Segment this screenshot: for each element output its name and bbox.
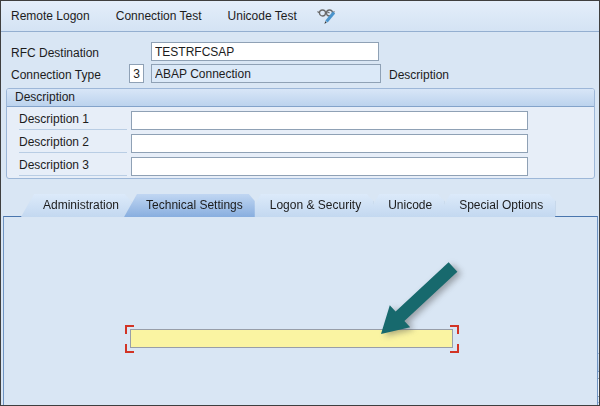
tab-unicode[interactable]: Unicode xyxy=(366,194,444,217)
tab-technical-settings[interactable]: Technical Settings xyxy=(124,194,255,217)
rfc-destination-input[interactable] xyxy=(151,42,379,61)
description-3-label: Description 3 xyxy=(19,155,127,176)
connection-type-text-field xyxy=(151,64,381,83)
target-host-focus-brackets xyxy=(125,325,459,353)
remote-logon-button[interactable]: Remote Logon xyxy=(11,9,90,23)
description-1-input[interactable] xyxy=(131,111,528,130)
technical-settings-panel xyxy=(3,216,598,406)
description-2-label: Description 2 xyxy=(19,132,127,153)
tab-special-options[interactable]: Special Options xyxy=(437,194,555,217)
connection-type-label: Connection Type xyxy=(11,68,101,82)
connection-test-button[interactable]: Connection Test xyxy=(116,9,202,23)
application-toolbar: Remote Logon Connection Test Unicode Tes… xyxy=(1,1,599,32)
description-2-input[interactable] xyxy=(131,134,528,153)
rfc-destination-label: RFC Destination xyxy=(11,46,99,60)
connection-type-code-input[interactable] xyxy=(129,64,144,83)
description-group: Description Description 1 Description 2 … xyxy=(6,88,595,179)
description-side-label: Description xyxy=(389,68,449,82)
description-1-label: Description 1 xyxy=(19,109,127,130)
tab-administration[interactable]: Administration xyxy=(21,194,131,217)
target-host-input[interactable] xyxy=(130,329,453,348)
unicode-test-button[interactable]: Unicode Test xyxy=(228,9,297,23)
description-3-input[interactable] xyxy=(131,157,528,176)
display-change-icon[interactable] xyxy=(317,7,339,25)
settings-tabstrip: Administration Technical Settings Logon … xyxy=(21,194,548,217)
description-group-title: Description xyxy=(7,89,594,107)
rfc-destination-window: Remote Logon Connection Test Unicode Tes… xyxy=(0,0,600,406)
tab-logon-security[interactable]: Logon & Security xyxy=(248,194,373,217)
